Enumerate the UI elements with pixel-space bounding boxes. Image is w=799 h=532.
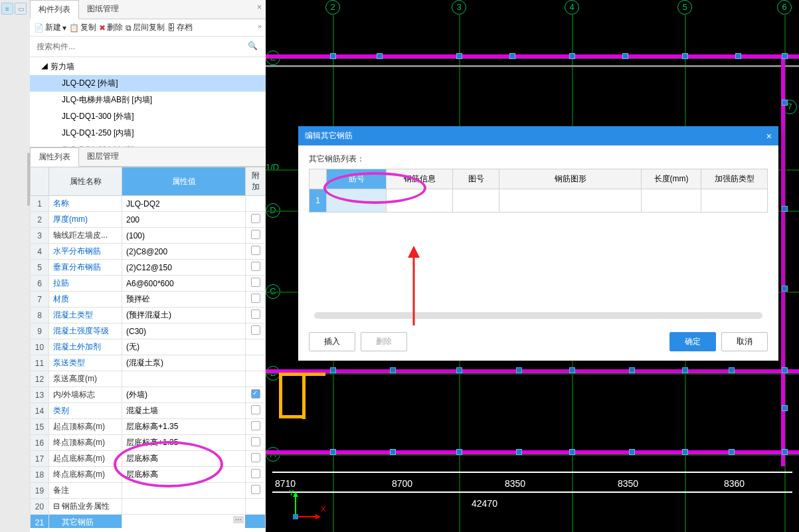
property-row[interactable]: 1名称JLQ-DQ2 bbox=[31, 196, 266, 212]
rail-icon-list[interactable]: ≡ bbox=[1, 3, 13, 15]
tab-properties[interactable]: 属性列表 bbox=[30, 147, 79, 167]
checkbox-icon[interactable] bbox=[251, 325, 260, 335]
property-row[interactable]: 3轴线距左墙皮...(100) bbox=[31, 228, 266, 244]
archive-button[interactable]: 🗄存档 bbox=[167, 22, 193, 33]
property-row[interactable]: 5垂直分布钢筋(2)C12@150 bbox=[31, 260, 266, 276]
prop-value[interactable]: 层底标高 bbox=[122, 467, 246, 483]
floor-copy-button[interactable]: ⧉层间复制 bbox=[126, 22, 165, 33]
checkbox-icon[interactable] bbox=[251, 310, 260, 319]
prop-add[interactable] bbox=[246, 228, 266, 244]
prop-add[interactable] bbox=[246, 212, 266, 228]
ellipsis-button[interactable]: ⋯ bbox=[233, 516, 244, 523]
prop-value[interactable]: 预拌砼 bbox=[122, 292, 246, 308]
prop-value[interactable]: 混凝土墙 bbox=[122, 403, 246, 419]
prop-add[interactable] bbox=[246, 323, 266, 339]
checkbox-icon[interactable] bbox=[251, 230, 260, 239]
dialog-close-icon[interactable]: × bbox=[766, 131, 772, 141]
prop-value[interactable]: (100) bbox=[122, 228, 246, 244]
cell[interactable] bbox=[642, 189, 701, 213]
rail-icon-grid[interactable]: ▭ bbox=[15, 3, 27, 15]
col-draw[interactable]: 图号 bbox=[453, 169, 499, 189]
prop-value[interactable] bbox=[122, 371, 246, 387]
prop-add[interactable] bbox=[246, 451, 266, 467]
prop-add[interactable] bbox=[246, 499, 266, 515]
checkbox-icon[interactable] bbox=[251, 246, 260, 255]
prop-value[interactable]: (外墙) bbox=[122, 387, 246, 403]
checkbox-icon[interactable] bbox=[251, 214, 260, 223]
prop-add[interactable] bbox=[246, 483, 266, 499]
prop-value[interactable] bbox=[122, 483, 246, 499]
insert-button[interactable]: 插入 bbox=[309, 332, 355, 351]
new-button[interactable]: 📄新建 ▾ bbox=[34, 22, 66, 33]
col-length[interactable]: 长度(mm) bbox=[642, 169, 701, 189]
ok-button[interactable]: 确定 bbox=[669, 332, 716, 351]
prop-add[interactable] bbox=[246, 467, 266, 483]
search-input[interactable] bbox=[34, 39, 262, 54]
property-row[interactable]: 10混凝土外加剂(无) bbox=[31, 339, 266, 355]
property-row[interactable]: 16终点顶标高(m)层底标高+1.35 bbox=[31, 435, 266, 451]
table-row[interactable]: 1 bbox=[310, 189, 768, 213]
prop-value[interactable]: (预拌混凝土) bbox=[122, 308, 246, 323]
tree-item[interactable]: JLQ-DQ1-300 [外墙] bbox=[30, 108, 266, 125]
property-row[interactable]: 9混凝土强度等级(C30) bbox=[31, 323, 266, 339]
tab-drawings[interactable]: 图纸管理 bbox=[79, 0, 127, 19]
prop-add[interactable] bbox=[246, 308, 266, 323]
col-type[interactable]: 加强筋类型 bbox=[701, 169, 768, 189]
checkbox-icon[interactable] bbox=[251, 405, 260, 414]
prop-value[interactable]: (无) bbox=[122, 339, 246, 355]
prop-value[interactable]: (2)C12@150 bbox=[122, 260, 246, 276]
prop-add[interactable] bbox=[246, 371, 266, 387]
prop-value[interactable] bbox=[122, 499, 246, 515]
cancel-button[interactable]: 取消 bbox=[721, 332, 768, 351]
prop-value[interactable]: ⋯ bbox=[122, 515, 246, 529]
search-icon[interactable]: 🔍 bbox=[248, 41, 258, 50]
prop-add[interactable] bbox=[246, 292, 266, 308]
prop-add[interactable] bbox=[246, 435, 266, 451]
toolbar-overflow-icon[interactable]: » bbox=[258, 22, 262, 30]
cell[interactable] bbox=[701, 189, 768, 213]
property-row[interactable]: 17起点底标高(m)层底标高 bbox=[31, 451, 266, 467]
checkbox-icon[interactable] bbox=[251, 421, 260, 430]
cell[interactable] bbox=[453, 189, 499, 213]
property-row[interactable]: 11泵送类型(混凝土泵) bbox=[31, 355, 266, 371]
prop-add[interactable] bbox=[246, 419, 266, 435]
col-shape[interactable]: 钢筋图形 bbox=[499, 169, 642, 189]
property-row[interactable]: 8混凝土类型(预拌混凝土) bbox=[31, 308, 266, 323]
prop-value[interactable]: A6@600*600 bbox=[122, 276, 246, 292]
checkbox-icon[interactable] bbox=[251, 389, 260, 399]
cell[interactable] bbox=[387, 189, 453, 213]
checkbox-icon[interactable] bbox=[251, 485, 260, 494]
tab-layers[interactable]: 图层管理 bbox=[79, 147, 127, 166]
prop-value[interactable]: (混凝土泵) bbox=[122, 355, 246, 371]
property-row[interactable]: 18终点底标高(m)层底标高 bbox=[31, 467, 266, 483]
property-row[interactable]: 2厚度(mm)200 bbox=[31, 212, 266, 228]
prop-add[interactable] bbox=[246, 196, 266, 212]
col-rebar-info[interactable]: 钢筋信息 bbox=[387, 169, 453, 189]
property-row[interactable]: 15起点顶标高(m)层底标高+1.35 bbox=[31, 419, 266, 435]
prop-add[interactable] bbox=[246, 355, 266, 371]
panel-close-icon[interactable]: × bbox=[257, 3, 262, 12]
property-row[interactable]: 13内/外墙标志(外墙) bbox=[31, 387, 266, 403]
property-row[interactable]: 21 其它钢筋⋯ bbox=[31, 515, 266, 529]
property-row[interactable]: 19备注 bbox=[31, 483, 266, 499]
tab-components[interactable]: 构件列表 bbox=[30, 0, 79, 19]
prop-value[interactable]: 层底标高+1.35 bbox=[122, 419, 246, 435]
cell[interactable] bbox=[499, 189, 642, 213]
property-row[interactable]: 14类别混凝土墙 bbox=[31, 403, 266, 419]
property-row[interactable]: 4水平分布钢筋(2)C8@200 bbox=[31, 244, 266, 260]
prop-value[interactable]: 200 bbox=[122, 212, 246, 228]
tree-item[interactable]: JLQ-DQ1-250 [内墙] bbox=[30, 125, 266, 141]
checkbox-icon[interactable] bbox=[251, 278, 260, 287]
delete-button[interactable]: 删除 bbox=[361, 332, 407, 351]
prop-add[interactable] bbox=[246, 276, 266, 292]
dialog-titlebar[interactable]: 编辑其它钢筋 × bbox=[298, 126, 778, 145]
horizontal-scrollbar[interactable] bbox=[314, 312, 762, 319]
prop-value[interactable]: (C30) bbox=[122, 323, 246, 339]
col-rebar-num[interactable]: 筋号 bbox=[327, 169, 387, 189]
prop-add[interactable] bbox=[246, 339, 266, 355]
tree-item[interactable]: JLQ-DQ2 [外墙] bbox=[30, 75, 266, 92]
checkbox-icon[interactable] bbox=[251, 437, 260, 446]
checkbox-icon[interactable] bbox=[251, 262, 260, 271]
tree-item[interactable]: JLQ-电梯井墙AB剖 [内墙] bbox=[30, 92, 266, 108]
checkbox-icon[interactable] bbox=[251, 294, 260, 303]
